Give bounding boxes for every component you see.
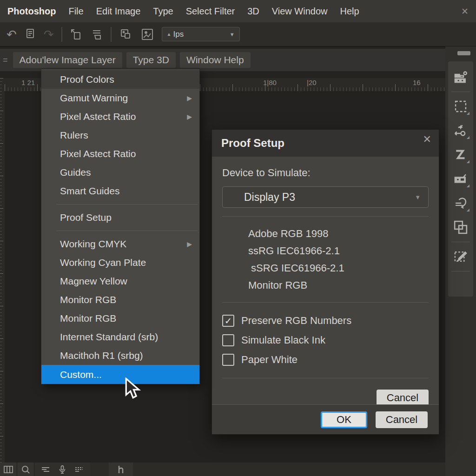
photoshop-window: Photoshop File Edit Image Type Select Fi… (0, 0, 476, 476)
dialog-close-icon[interactable]: ✕ (423, 133, 431, 145)
rotate-view-tool-icon[interactable]: ◢ (450, 191, 471, 215)
menu-item-label: Working Cyan Plate (60, 257, 146, 268)
menu-item-rulers[interactable]: Rulers (41, 126, 199, 145)
columns-view-icon[interactable] (0, 463, 17, 476)
menu-item-label: Rulers (60, 130, 88, 141)
checkbox-label: Simulate Black Ink (241, 334, 325, 346)
window-close-icon[interactable]: ✕ (461, 6, 469, 17)
device-select[interactable]: Display P3 ▼ (222, 186, 429, 208)
app-menubar: Photoshop File Edit Image Type Select Fi… (0, 0, 476, 22)
preset-dropdown[interactable]: ▲ Ips ▼ (162, 27, 240, 41)
menu-file[interactable]: File (68, 6, 83, 17)
preserve-rgb-checkbox[interactable]: ✓ (222, 315, 234, 327)
timeline-controls (34, 463, 90, 476)
swap-images-icon[interactable] (119, 27, 133, 41)
copy-document-icon[interactable] (24, 28, 36, 41)
simulate-black-ink-row[interactable]: Simulate Black Ink (222, 331, 429, 350)
toolbar-divider (111, 27, 112, 42)
marquee-tool-icon[interactable]: ◢ (450, 94, 471, 119)
menu-3d[interactable]: 3D (247, 6, 259, 17)
profile-option-monitor-rgb[interactable]: Monitor RGB (248, 277, 429, 294)
menu-item-pixel-aspect-ratio-2[interactable]: Pixel Astect Ratio (41, 145, 199, 163)
menu-item-label: Gamut Warning (60, 93, 128, 104)
menu-item-label: Proof Setup (60, 212, 112, 223)
tool-flyout-triangle-icon: ◢ (467, 159, 469, 164)
vertical-ruler[interactable] (0, 78, 5, 463)
doc-menu-view-image-layer[interactable]: Adou'lew Image Layer (13, 52, 122, 68)
tools-sidebar: ◢ ◢ ◢ ◢ (445, 46, 476, 476)
menu-item-gamut-warning[interactable]: Gamut Warning ▶ (41, 89, 199, 107)
profile-option-srgb-1[interactable]: ssRG IEC61966-2.1 (248, 242, 429, 259)
document-menubar: = Adou'lew Image Layer Type 3D Window He… (0, 49, 445, 71)
bottombar-spacer (90, 463, 109, 476)
tween-frames-icon[interactable] (37, 463, 54, 476)
menu-item-monitor-rgb[interactable]: Monitor RGB (41, 291, 199, 309)
menu-help[interactable]: Help (340, 6, 359, 17)
menu-item-label: Monitor RGB (60, 313, 116, 324)
image-placeholder-icon[interactable] (140, 27, 154, 41)
profile-option-srgb-2[interactable]: sSRG IEC61966-2.1 (248, 259, 429, 277)
options-toolbar: ↶ ↷ ▲ (0, 22, 476, 47)
undo-icon[interactable]: ↶ (7, 28, 17, 40)
frames-list-icon[interactable] (71, 463, 87, 476)
lasso-tool-icon[interactable]: ◢ (450, 143, 471, 167)
menu-item-internet-standard[interactable]: Internet Standard (srb) (41, 328, 199, 346)
dialog-separator (222, 302, 429, 303)
menu-item-label: Monitor RGB (60, 294, 116, 305)
menu-view-window[interactable]: View Window (272, 6, 328, 17)
ruler-label: 1|80 (263, 79, 277, 86)
tool-column: ◢ ◢ ◢ ◢ (448, 61, 473, 297)
transform-tool-icon[interactable]: ◢ (450, 119, 471, 143)
bottom-toolbar (0, 463, 445, 476)
checkbox-label: Preserve RGB Numbers (241, 315, 351, 327)
menu-item-macintosh-rgb[interactable]: Macithoh R1 (srbg) (41, 346, 199, 365)
tool-separator (451, 92, 470, 92)
menu-item-label: Smart Guides (60, 185, 119, 197)
cancel-button-top[interactable]: Cancel (377, 390, 429, 406)
menu-item-label: Pixel Astect Ratio (60, 148, 136, 159)
menu-item-smart-guides[interactable]: Smart Guides (41, 182, 199, 200)
menu-item-working-cyan-plate[interactable]: Working Cyan Plate (41, 253, 199, 272)
dropdown-arrow-icon: ▼ (230, 32, 235, 37)
menu-item-proof-colors[interactable]: Proof Colors (41, 70, 199, 89)
doc-menu-window-help[interactable]: Window Help (180, 52, 251, 68)
preset-dropdown-value: Ips (173, 30, 184, 39)
menu-select-filter[interactable]: Select Filter (186, 6, 235, 17)
doc-menu-type-3d[interactable]: Type 3D (126, 52, 176, 68)
preserve-rgb-numbers-row[interactable]: ✓ Preserve RGB Numbers (222, 311, 429, 331)
menu-item-pixel-aspect-ratio[interactable]: Pixel Astect Ratio ▶ (41, 107, 199, 126)
menu-edit-image[interactable]: Edit Image (96, 6, 141, 17)
microphone-icon[interactable] (54, 463, 71, 476)
panel-collapse-handle[interactable] (457, 51, 470, 55)
menu-item-magenta-yellow[interactable]: Magnew Yellow (41, 272, 199, 291)
device-select-value: Display P3 (244, 191, 295, 204)
edit-artboard-tool-icon[interactable] (450, 245, 471, 269)
artboard-export-tool-icon[interactable] (450, 65, 471, 89)
dialog-footer: OK Cancel (212, 404, 439, 434)
step-backward-icon[interactable] (70, 28, 83, 41)
tool-flyout-triangle-icon: ◢ (467, 111, 469, 115)
menu-type[interactable]: Type (153, 6, 173, 17)
crop-tool-icon[interactable]: ◢ (450, 167, 471, 191)
menu-item-working-cmyk[interactable]: Working CMYK ▶ (41, 235, 199, 253)
menu-item-custom[interactable]: Custom... (41, 365, 199, 384)
checkmark-icon: ✓ (225, 316, 232, 326)
redo-icon[interactable]: ↷ (44, 28, 54, 40)
search-icon[interactable] (17, 463, 34, 476)
ruler-label: 16 (413, 79, 421, 86)
paper-white-row[interactable]: Paper White (222, 350, 429, 370)
tool-separator (451, 271, 470, 271)
hand-tool-icon[interactable] (109, 463, 133, 476)
duplicate-layers-tool-icon[interactable] (450, 215, 471, 239)
layers-stack-icon[interactable] (90, 28, 103, 41)
cancel-button[interactable]: Cancel (376, 411, 428, 428)
submenu-arrow-icon: ▶ (187, 240, 192, 248)
ok-button[interactable]: OK (321, 411, 367, 428)
menu-item-monitor-rgb-2[interactable]: Monitor RGB (41, 309, 199, 328)
simulate-black-ink-checkbox[interactable] (222, 334, 234, 346)
profile-option-adobe-rgb[interactable]: Adobe RGB 1998 (248, 225, 429, 242)
paper-white-checkbox[interactable] (222, 354, 234, 366)
device-to-simulate-label: Device to Simulate: (222, 167, 429, 179)
menu-item-guides[interactable]: Guides (41, 163, 199, 182)
menu-item-proof-setup[interactable]: Proof Setup (41, 208, 199, 227)
